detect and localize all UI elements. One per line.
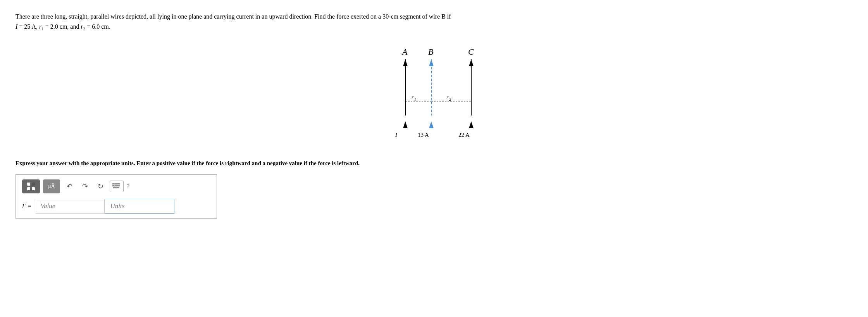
refresh-icon: ↻ [98,182,103,191]
wire-diagram: A B C r 1 r 2 I 13 A [360,44,508,145]
express-instruction: Express your answer with the appropriate… [16,160,519,167]
problem-line2: I = 25 A, r1 = 2.0 cm, and r2 = 6.0 cm. [16,23,110,30]
current-label-13a: 13 A [418,132,429,138]
mu-label: μÂ [48,183,55,190]
svg-rect-10 [116,185,118,186]
r1-label: r [412,95,414,100]
keyboard-button[interactable] [110,181,124,192]
redo-icon: ↷ [82,182,88,191]
problem-text: There are three long, straight, parallel… [16,12,558,32]
wire-a-bottom-arrow [403,121,408,128]
wire-a-label: A [401,47,408,57]
current-label-22a: 22 A [458,132,470,138]
svg-rect-5 [114,183,116,184]
r2-label: r [446,95,449,100]
toolbar: μÂ ↶ ↷ ↻ ? [22,179,210,193]
value-input[interactable] [35,199,105,214]
svg-rect-0 [27,183,30,186]
svg-rect-3 [32,187,35,190]
undo-button[interactable]: ↶ [63,180,76,193]
svg-rect-7 [118,183,120,184]
wire-b-arrow [429,59,434,66]
answer-box: μÂ ↶ ↷ ↻ ? [16,174,217,219]
reset-button[interactable]: ↻ [94,180,107,193]
r1-subscript: 1 [414,97,416,102]
wire-c-label: C [468,47,474,57]
svg-rect-4 [112,183,114,184]
undo-icon: ↶ [67,182,72,191]
svg-rect-1 [32,183,35,186]
wire-b-bottom-arrow [429,121,434,128]
svg-rect-6 [116,183,118,184]
svg-rect-11 [118,185,120,186]
input-row: F = [22,199,210,214]
matrix-icon [27,182,35,191]
wire-b-label: B [428,47,433,57]
help-button[interactable]: ? [127,183,129,190]
r2-subscript: 2 [449,97,451,102]
wire-c-bottom-arrow [469,121,474,128]
current-label-i: I [395,132,398,138]
keyboard-icon [112,183,121,190]
svg-rect-8 [112,185,114,186]
f-equals-label: F = [22,203,32,210]
svg-rect-12 [113,187,119,188]
wire-c-arrow [469,59,474,66]
matrix-button[interactable] [22,179,40,193]
svg-rect-2 [27,187,30,190]
svg-rect-9 [114,185,116,186]
problem-line1: There are three long, straight, parallel… [16,13,451,20]
mu-button[interactable]: μÂ [43,179,60,193]
units-input[interactable] [105,199,174,214]
diagram-container: A B C r 1 r 2 I 13 A [16,44,852,145]
wire-a-arrow [403,59,408,66]
redo-button[interactable]: ↷ [79,180,91,193]
